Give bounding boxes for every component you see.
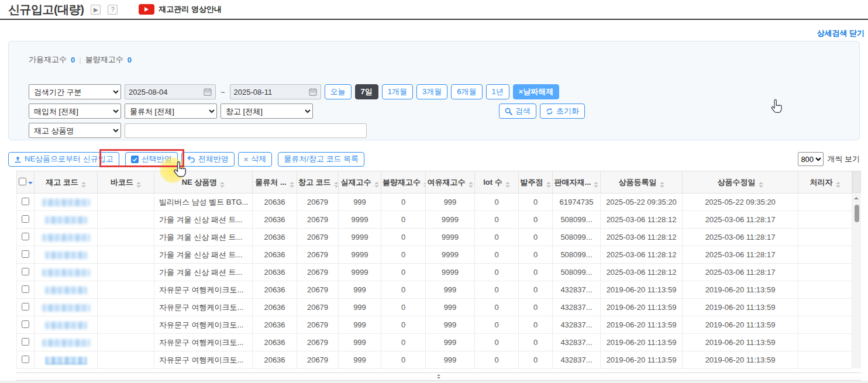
- select-all-checkbox[interactable]: [19, 178, 26, 185]
- sort-icon[interactable]: [423, 182, 426, 188]
- summary-divider: |: [79, 56, 81, 64]
- product-field-select[interactable]: 재고 상품명: [29, 123, 121, 138]
- stock-code-cell[interactable]: [35, 299, 98, 316]
- video-guide-link[interactable]: 재고관리 영상안내: [139, 4, 222, 15]
- quick-range-6months-button[interactable]: 6개월: [451, 84, 482, 99]
- help-icon[interactable]: ?: [108, 5, 118, 15]
- defective-stock-cell: 0: [381, 211, 426, 229]
- col-handler[interactable]: 처리자: [798, 171, 852, 194]
- row-checkbox[interactable]: [22, 356, 29, 363]
- ne-import-button[interactable]: NE상품으로부터 신규입고: [8, 152, 119, 167]
- stock-code-cell[interactable]: [35, 281, 98, 299]
- product-keyword-input[interactable]: [125, 123, 367, 138]
- reset-button[interactable]: 초기화: [540, 103, 585, 119]
- stock-code-cell[interactable]: [35, 194, 98, 211]
- sort-icon[interactable]: [469, 182, 473, 188]
- place-filter-row: 매입처 [전체] 물류처 [전체] 창고 [전체]: [29, 103, 313, 119]
- select-filter-caret-icon[interactable]: [28, 182, 33, 184]
- sort-icon[interactable]: [374, 182, 379, 188]
- col-order-point[interactable]: 발주점: [519, 171, 553, 194]
- page-size-select[interactable]: 800: [798, 152, 824, 166]
- row-checkbox[interactable]: [22, 215, 29, 223]
- stock-code-cell[interactable]: [35, 351, 98, 369]
- warehouse-select[interactable]: 창고 [전체]: [221, 103, 313, 119]
- stock-code-cell[interactable]: [35, 246, 98, 264]
- col-defective-stock[interactable]: 불량재고수: [381, 171, 426, 194]
- row-select-cell: [17, 211, 35, 229]
- sort-icon[interactable]: [505, 182, 510, 188]
- stock-code-cell[interactable]: [35, 229, 98, 246]
- sort-icon[interactable]: [136, 182, 141, 188]
- code-list-button[interactable]: 물류처/창고 코드 목록: [278, 152, 364, 167]
- col-seller-code[interactable]: 판매자재...: [553, 171, 601, 194]
- sort-icon[interactable]: [290, 182, 294, 188]
- row-checkbox[interactable]: [22, 233, 29, 240]
- vertical-scrollbar[interactable]: [852, 171, 861, 368]
- sort-icon[interactable]: [594, 182, 598, 188]
- barcode-cell: [98, 246, 154, 264]
- actual-stock-cell: 9999: [339, 229, 381, 246]
- sort-icon[interactable]: [81, 182, 86, 188]
- row-checkbox[interactable]: [22, 198, 29, 205]
- resize-handle-icon[interactable]: [437, 374, 440, 379]
- scrollbar-track[interactable]: [852, 193, 861, 368]
- stock-code-cell[interactable]: [35, 334, 98, 351]
- sort-icon[interactable]: [334, 182, 339, 188]
- scrollbar-thumb[interactable]: [855, 205, 859, 222]
- quick-range-7days-button[interactable]: 7일: [355, 84, 378, 99]
- actual-stock-cell: 9999: [339, 246, 381, 264]
- row-checkbox[interactable]: [22, 338, 29, 346]
- stock-code-cell[interactable]: [35, 211, 98, 229]
- close-detail-search-link[interactable]: 상세검색 닫기: [817, 28, 864, 39]
- collapse-play-icon[interactable]: ▶: [91, 5, 101, 15]
- created-date-cell: 2025-03-06 11:28:12: [601, 264, 683, 281]
- spare-stock-cell: 9999: [426, 246, 475, 264]
- col-spare-stock[interactable]: 여유재고수: [426, 171, 475, 194]
- grid-splitter-bar[interactable]: [16, 372, 861, 381]
- apply-all-button[interactable]: 전체반영: [181, 152, 235, 167]
- sort-icon[interactable]: [836, 182, 841, 188]
- col-modified-date[interactable]: 상품수정일: [683, 171, 798, 194]
- purchase-place-select[interactable]: 매입처 [전체]: [29, 103, 121, 119]
- delete-button[interactable]: × 삭제: [238, 152, 273, 167]
- sort-icon[interactable]: [660, 182, 664, 188]
- row-select-cell: [17, 334, 35, 351]
- stock-code-cell[interactable]: [35, 316, 98, 334]
- date-to-input[interactable]: [234, 88, 299, 96]
- quick-range-1month-button[interactable]: 1개월: [382, 84, 413, 99]
- row-checkbox[interactable]: [22, 285, 29, 293]
- col-barcode[interactable]: 바코드: [98, 171, 154, 194]
- table-row: 빌리버스 남성 벨트 BTG... 20636 20679 999 0 999 …: [17, 194, 852, 211]
- calendar-icon[interactable]: [309, 88, 317, 96]
- reset-button-label: 초기화: [556, 106, 579, 116]
- date-from-input[interactable]: [129, 88, 194, 96]
- clear-dates-button[interactable]: ×날짜해제: [513, 84, 560, 99]
- row-checkbox[interactable]: [22, 303, 29, 310]
- col-created-date[interactable]: 상품등록일: [601, 171, 683, 194]
- col-stock-code[interactable]: 재고 코드: [35, 171, 98, 194]
- sort-icon[interactable]: [220, 182, 225, 188]
- col-lot-count[interactable]: lot 수: [475, 171, 519, 194]
- row-checkbox[interactable]: [22, 268, 29, 275]
- sort-icon[interactable]: [546, 182, 551, 188]
- period-type-select[interactable]: 검색기간 구분: [29, 84, 121, 99]
- apply-selected-button[interactable]: 선택반영: [125, 152, 178, 167]
- search-button[interactable]: 검색: [499, 103, 536, 119]
- page-title: 신규입고(대량): [8, 2, 84, 18]
- redacted-stock-code: [45, 216, 87, 224]
- quick-range-today-button[interactable]: 오늘: [325, 84, 352, 99]
- row-checkbox[interactable]: [22, 320, 29, 328]
- quick-range-1year-button[interactable]: 1년: [486, 84, 509, 99]
- quick-range-3months-button[interactable]: 3개월: [416, 84, 447, 99]
- col-product-name[interactable]: NE 상품명: [154, 171, 253, 194]
- stock-code-cell[interactable]: [35, 264, 98, 281]
- col-logistics[interactable]: 물류처 ...: [253, 171, 297, 194]
- logistics-place-select[interactable]: 물류처 [전체]: [125, 103, 217, 119]
- sort-icon[interactable]: [759, 182, 763, 188]
- calendar-icon[interactable]: [204, 88, 212, 96]
- scroll-up-icon[interactable]: [854, 197, 859, 199]
- table-row: 가을 겨울 신상 패션 트... 20636 20679 9999 0 9999…: [17, 229, 852, 246]
- col-warehouse-code[interactable]: 창고 코드: [297, 171, 339, 194]
- col-actual-stock[interactable]: 실재고수: [339, 171, 381, 194]
- row-checkbox[interactable]: [22, 250, 29, 258]
